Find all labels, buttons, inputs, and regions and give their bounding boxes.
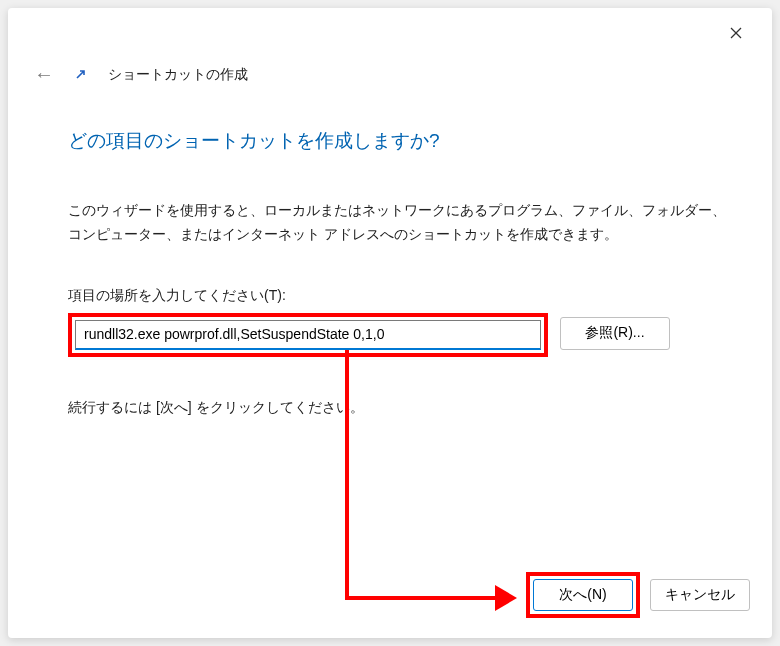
header-row: ← ショートカットの作成 <box>34 63 248 86</box>
footer-buttons: 次へ(N) キャンセル <box>526 572 750 618</box>
question-heading: どの項目のショートカットを作成しますか? <box>68 128 732 154</box>
annotation-line-horizontal <box>345 596 500 600</box>
shortcut-icon <box>72 66 90 84</box>
back-arrow-icon[interactable]: ← <box>34 63 54 86</box>
wizard-title: ショートカットの作成 <box>108 66 248 84</box>
wizard-window: ← ショートカットの作成 どの項目のショートカットを作成しますか? このウィザー… <box>8 8 772 638</box>
annotation-arrow-icon <box>495 585 517 611</box>
annotation-line-vertical <box>345 350 349 600</box>
description-text: このウィザードを使用すると、ローカルまたはネットワークにあるプログラム、ファイル… <box>68 199 732 247</box>
continue-text: 続行するには [次へ] をクリックしてください。 <box>68 399 732 417</box>
location-input[interactable] <box>75 320 541 350</box>
close-icon <box>730 27 742 39</box>
cancel-button[interactable]: キャンセル <box>650 579 750 611</box>
next-highlight-box: 次へ(N) <box>526 572 640 618</box>
next-button[interactable]: 次へ(N) <box>533 579 633 611</box>
input-label: 項目の場所を入力してください(T): <box>68 287 732 305</box>
input-row: 参照(R)... <box>68 313 732 357</box>
input-highlight-box <box>68 313 548 357</box>
content-area: どの項目のショートカットを作成しますか? このウィザードを使用すると、ローカルま… <box>68 128 732 417</box>
browse-button[interactable]: 参照(R)... <box>560 317 670 350</box>
close-button[interactable] <box>716 18 756 48</box>
